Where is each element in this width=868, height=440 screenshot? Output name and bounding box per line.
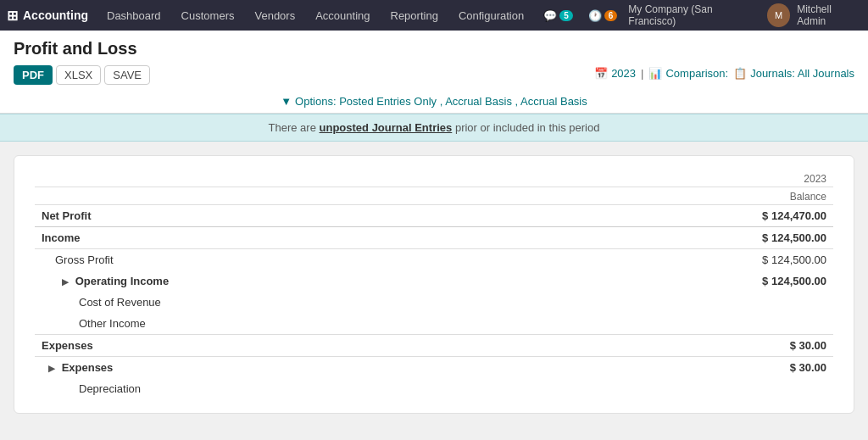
grid-icon: ⊞ <box>7 8 18 24</box>
page-header: Profit and Loss PDF XLSX SAVE 📅 2023 | 📊… <box>0 31 868 114</box>
expand-arrow-operating[interactable]: ▶ <box>62 277 69 287</box>
operating-income-label: Operating Income <box>75 275 170 287</box>
table-row: Depreciation <box>35 378 833 399</box>
col-subheader-balance: Balance <box>714 187 833 205</box>
year-filter[interactable]: 📅 2023 <box>594 67 636 80</box>
save-button[interactable]: SAVE <box>104 65 150 85</box>
table-row: Expenses $ 30.00 <box>35 335 833 357</box>
company-name: My Company (San Francisco) <box>628 3 760 27</box>
filter-icon: ▼ <box>281 95 292 108</box>
avatar[interactable]: M <box>767 3 790 27</box>
row-amount-depreciation <box>714 378 833 399</box>
comparison-label: Comparison: <box>665 67 728 80</box>
row-label-depreciation: Depreciation <box>35 378 714 399</box>
row-label-expenses[interactable]: ▶ Expenses <box>35 357 714 379</box>
nav-dashboard[interactable]: Dashboard <box>98 6 170 25</box>
nav-vendors[interactable]: Vendors <box>246 6 303 25</box>
col-subheader-label <box>35 187 714 205</box>
journals-label: Journals: All Journals <box>750 67 854 80</box>
row-amount-expenses: $ 30.00 <box>714 357 833 379</box>
avatar-initial: M <box>775 10 782 20</box>
options-filter[interactable]: ▼ Options: Posted Entries Only , Accrual… <box>281 95 587 108</box>
row-amount-cost-of-revenue <box>714 292 833 313</box>
income-label: Income <box>42 231 81 244</box>
nav-configuration[interactable]: Configuration <box>450 6 532 25</box>
report-table: 2023 Balance Net Profit $ 124,470.00 <box>35 170 833 399</box>
pdf-button[interactable]: PDF <box>14 65 53 85</box>
user-name: Mitchell Admin <box>797 3 861 27</box>
messages-count: 5 <box>559 10 573 21</box>
page-title: Profit and Loss <box>14 39 854 58</box>
other-income-label: Other Income <box>79 317 146 330</box>
net-profit-label: Net Profit <box>42 209 92 222</box>
table-row: Other Income <box>35 313 833 335</box>
calendar-icon: 📅 <box>594 67 608 80</box>
journals-filter[interactable]: 📋 Journals: All Journals <box>733 67 854 80</box>
chart-icon: 📊 <box>648 67 662 80</box>
row-label-operating-income[interactable]: ▶ Operating Income <box>35 270 714 292</box>
col-header-label <box>35 170 714 187</box>
alert-bar: There are unposted Journal Entries prior… <box>0 114 868 142</box>
table-row[interactable]: ▶ Expenses $ 30.00 <box>35 357 833 379</box>
app-logo[interactable]: ⊞ Accounting <box>7 8 88 24</box>
row-label-gross-profit: Gross Profit <box>35 249 714 271</box>
report-card: 2023 Balance Net Profit $ 124,470.00 <box>14 155 854 414</box>
row-amount-expenses-header: $ 30.00 <box>714 335 833 357</box>
row-label-expenses-header: Expenses <box>35 335 714 357</box>
row-amount-income: $ 124,500.00 <box>714 227 833 249</box>
topnav-right: 💬 5 🕐 6 My Company (San Francisco) M Mit… <box>539 3 861 27</box>
depreciation-label: Depreciation <box>79 382 141 395</box>
content: 2023 Balance Net Profit $ 124,470.00 <box>0 142 868 427</box>
options-row: ▼ Options: Posted Entries Only , Accrual… <box>14 92 854 113</box>
table-row: Gross Profit $ 124,500.00 <box>35 249 833 271</box>
table-row[interactable]: ▶ Operating Income $ 124,500.00 <box>35 270 833 292</box>
clock-icon: 🕐 <box>588 9 602 22</box>
expand-arrow-expenses[interactable]: ▶ <box>48 364 55 373</box>
activities-count: 6 <box>604 10 618 21</box>
alert-link[interactable]: unposted Journal Entries <box>320 121 453 134</box>
expenses-header-label: Expenses <box>42 339 93 352</box>
row-amount-net-profit: $ 124,470.00 <box>714 205 833 227</box>
alert-prefix: There are <box>269 121 320 134</box>
messages-button[interactable]: 💬 5 <box>539 8 577 24</box>
row-amount-gross-profit: $ 124,500.00 <box>714 249 833 271</box>
comparison-separator: | <box>641 67 643 80</box>
row-label-net-profit: Net Profit <box>35 205 714 227</box>
journals-icon: 📋 <box>733 67 747 80</box>
table-row: Cost of Revenue <box>35 292 833 313</box>
filter-row: 📅 2023 | 📊 Comparison: 📋 Journals: All J… <box>594 67 854 80</box>
chat-icon: 💬 <box>543 9 557 22</box>
row-amount-operating-income: $ 124,500.00 <box>714 270 833 292</box>
alert-suffix: prior or included in this period <box>455 121 600 134</box>
col-header-year: 2023 <box>714 170 833 187</box>
row-label-other-income: Other Income <box>35 313 714 335</box>
gross-profit-label: Gross Profit <box>55 253 114 266</box>
nav-accounting[interactable]: Accounting <box>307 6 378 25</box>
table-row: Net Profit $ 124,470.00 <box>35 205 833 227</box>
row-amount-other-income <box>714 313 833 335</box>
nav-reporting[interactable]: Reporting <box>382 6 447 25</box>
top-navigation: ⊞ Accounting Dashboard Customers Vendors… <box>0 0 868 31</box>
activities-button[interactable]: 🕐 6 <box>584 8 622 24</box>
xlsx-button[interactable]: XLSX <box>56 65 101 85</box>
row-label-income: Income <box>35 227 714 249</box>
cost-of-revenue-label: Cost of Revenue <box>79 296 161 309</box>
nav-customers[interactable]: Customers <box>173 6 243 25</box>
comparison-filter[interactable]: 📊 Comparison: <box>648 67 728 80</box>
row-label-cost-of-revenue: Cost of Revenue <box>35 292 714 313</box>
expenses-label: Expenses <box>62 361 114 374</box>
toolbar: PDF XLSX SAVE 📅 2023 | 📊 Comparison: 📋 J… <box>14 65 854 85</box>
table-row: Income $ 124,500.00 <box>35 227 833 249</box>
options-label: Options: Posted Entries Only , Accrual B… <box>295 95 587 108</box>
app-name: Accounting <box>23 8 88 22</box>
year-label: 2023 <box>611 67 636 80</box>
